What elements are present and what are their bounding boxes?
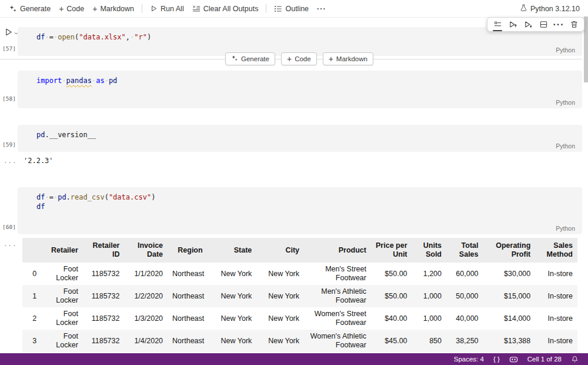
table-cell: New York	[208, 285, 257, 307]
cell-language-label[interactable]: Python	[556, 47, 575, 54]
run-icon	[150, 5, 158, 12]
insert-generate-button[interactable]: Generate	[225, 52, 275, 65]
table-cell: 1/1/2020	[124, 263, 168, 285]
table-cell: Northeast	[168, 330, 208, 352]
cell-more-actions-icon[interactable]: ···	[552, 18, 565, 31]
indentation-status[interactable]: Spaces: 4	[449, 353, 489, 365]
table-cell: 1185732	[83, 330, 125, 352]
cell-toolbar: ···	[487, 17, 584, 32]
cell-options-icon[interactable]	[491, 18, 504, 31]
dataframe-output: RetailerRetailer IDInvoice DateRegionSta…	[22, 238, 577, 352]
table-cell: New York	[256, 330, 304, 352]
execute-above-icon[interactable]	[506, 18, 519, 31]
table-cell: 850	[412, 330, 446, 352]
braces-icon: { }	[493, 356, 500, 363]
clear-all-icon	[192, 5, 201, 13]
column-header: Product	[304, 238, 371, 263]
outline-label: Outline	[285, 5, 309, 13]
generate-button[interactable]: Generate	[5, 3, 55, 15]
table-cell: 50,000	[446, 285, 483, 307]
notifications-bell-icon[interactable]	[566, 353, 583, 365]
code-line[interactable]: import·pandas·as·pd	[18, 71, 582, 85]
table-row: 0Foot Locker11857321/1/2020NortheastNew …	[22, 263, 577, 285]
column-header: Invoice Date	[124, 238, 168, 263]
table-cell: 1185732	[83, 285, 125, 307]
column-header: State	[208, 238, 257, 263]
insert-code-button[interactable]: + Code	[281, 52, 317, 65]
code-line[interactable]: df	[18, 202, 582, 211]
spaces-label: Spaces: 4	[454, 356, 484, 363]
cell-language-label[interactable]: Python	[556, 99, 575, 106]
delete-cell-icon[interactable]	[567, 18, 580, 31]
table-cell: $40.00	[371, 307, 412, 330]
execution-count: [60]	[2, 224, 18, 230]
kernel-label: Python 3.12.10	[530, 5, 580, 13]
add-markdown-cell-button[interactable]: + Markdown	[88, 3, 138, 15]
table-cell: $14,000	[483, 307, 536, 330]
cell-output-text: '2.2.3'	[24, 157, 54, 165]
cell-position-status[interactable]: Cell 1 of 28	[523, 353, 566, 365]
table-cell: New York	[208, 330, 257, 352]
column-header: Retailer	[41, 238, 83, 263]
table-cell: Foot Locker	[41, 263, 83, 285]
code-cell-4[interactable]: df·=·pd.read_csv("data.csv") df Python	[18, 187, 582, 234]
table-cell: In-store	[535, 285, 577, 307]
copilot-icon[interactable]	[505, 353, 523, 365]
plus-icon: +	[287, 56, 292, 62]
table-cell: New York	[256, 285, 304, 307]
kernel-picker[interactable]: Python 3.12.10	[520, 0, 580, 18]
column-header: Sales Method	[535, 238, 577, 263]
table-cell: Women's Street Footwear	[304, 307, 371, 330]
table-cell: Men's Street Footwear	[304, 263, 371, 285]
table-cell: 38,250	[446, 330, 483, 352]
plus-icon: +	[329, 56, 333, 62]
outline-button[interactable]: Outline	[270, 3, 313, 15]
vertical-scrollbar[interactable]	[584, 16, 588, 82]
output-gutter-marker: ...	[4, 157, 17, 165]
table-cell: $13,388	[483, 330, 536, 352]
code-line[interactable]: pd.__version__	[18, 125, 582, 140]
table-cell: In-store	[535, 263, 577, 285]
table-cell: Foot Locker	[41, 307, 83, 330]
table-cell: 1,200	[412, 263, 446, 285]
table-cell: $50.00	[371, 263, 412, 285]
dataframe-table: RetailerRetailer IDInvoice DateRegionSta…	[22, 238, 577, 352]
code-cell-2[interactable]: import·pandas·as·pd Python	[18, 71, 582, 108]
table-cell: 1185732	[83, 263, 125, 285]
execution-count: [59]	[2, 141, 18, 148]
table-cell: 0	[22, 263, 41, 285]
insert-markdown-button[interactable]: + Markdown	[323, 52, 373, 65]
run-cell-button[interactable]	[4, 28, 19, 38]
add-code-cell-button[interactable]: + Code	[55, 3, 88, 15]
plus-icon: +	[92, 6, 97, 12]
cell-language-label[interactable]: Python	[556, 142, 575, 150]
table-cell: 60,000	[446, 263, 483, 285]
cell-language-label[interactable]: Python	[556, 225, 575, 232]
language-mode-status[interactable]: { }	[489, 353, 505, 365]
active-indicator	[493, 30, 502, 31]
table-cell: 1,000	[412, 307, 446, 330]
table-cell: $15,000	[483, 285, 536, 307]
execution-count: [57]	[2, 45, 18, 52]
table-cell: $45.00	[371, 330, 412, 352]
table-cell: 1/4/2020	[124, 330, 168, 352]
table-cell: 1185732	[83, 307, 125, 330]
insert-markdown-label: Markdown	[336, 55, 368, 62]
run-all-button[interactable]: Run All	[146, 3, 188, 15]
table-cell: Northeast	[168, 307, 208, 330]
column-header: City	[256, 238, 304, 263]
table-cell: 1,000	[412, 285, 446, 307]
sparkle-icon	[231, 55, 238, 63]
clear-all-outputs-button[interactable]: Clear All Outputs	[188, 3, 263, 15]
run-all-label: Run All	[161, 5, 184, 13]
table-row: 3Foot Locker11857321/4/2020NortheastNew …	[22, 330, 577, 352]
table-cell: New York	[208, 307, 257, 330]
code-line[interactable]: df·=·pd.read_csv("data.csv")	[18, 187, 582, 202]
execution-count: [58]	[2, 95, 18, 102]
output-gutter-marker: ...	[4, 240, 17, 248]
split-cell-icon[interactable]	[537, 18, 550, 31]
code-cell-3[interactable]: pd.__version__ Python	[18, 125, 582, 152]
list-icon	[274, 5, 282, 13]
toolbar-more-button[interactable]: ···	[313, 3, 330, 15]
execute-below-icon[interactable]	[522, 18, 534, 31]
